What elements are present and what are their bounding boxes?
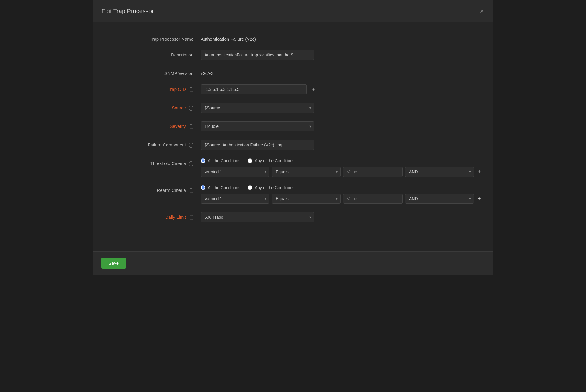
threshold-criteria-label: Threshold Criteria i [111,158,201,166]
threshold-any-conditions-radio[interactable] [248,158,252,163]
rearm-varbind-wrap: Varbind 1 ▾ [201,194,269,204]
description-label: Description [111,50,201,57]
severity-select-wrap: Trouble Critical Major Minor Warning Inf… [201,121,314,131]
source-label: Source i [111,103,201,111]
description-row: Description [111,50,475,60]
rearm-all-conditions-label[interactable]: All the Conditions [201,185,240,190]
trap-processor-name-row: Trap Processor Name Authentication Failu… [111,34,475,42]
rearm-equals-select[interactable]: Equals [272,194,341,204]
threshold-add-condition-button[interactable]: + [476,168,482,176]
rearm-criteria-section: All the Conditions Any of the Conditions… [201,185,482,204]
threshold-varbind-wrap: Varbind 1 ▾ [201,167,269,177]
rearm-all-conditions-radio[interactable] [201,185,205,190]
failure-component-label: Failure Component i [111,140,201,148]
rearm-equals-wrap: Equals ▾ [272,194,341,204]
save-button[interactable]: Save [101,258,126,269]
snmp-version-label: SNMP Version [111,68,201,76]
rearm-and-wrap: AND OR ▾ [405,194,474,204]
threshold-value-input[interactable] [343,167,403,177]
rearm-criteria-radios: All the Conditions Any of the Conditions [201,185,482,190]
source-row: Source i $Source ▾ [111,103,475,113]
source-info-icon: i [189,106,193,111]
trap-oid-add-button[interactable]: + [310,86,317,93]
rearm-value-input[interactable] [343,194,403,204]
trap-processor-name-value: Authentication Failure (V2c) [201,34,475,42]
modal-footer: Save [93,251,493,275]
modal-title: Edit Trap Processor [101,8,154,15]
snmp-version-value: v2c/v3 [201,68,475,76]
rearm-criteria-row: Rearm Criteria i All the Conditions Any … [111,185,475,204]
modal-body: Trap Processor Name Authentication Failu… [93,22,493,249]
daily-limit-select[interactable]: 500 Traps 100 Traps 1000 Traps No Limit [201,212,314,222]
severity-row: Severity i Trouble Critical Major Minor … [111,121,475,131]
edit-trap-processor-modal: Edit Trap Processor × Trap Processor Nam… [93,0,493,275]
threshold-criteria-row: Threshold Criteria i All the Conditions … [111,158,475,177]
daily-limit-label: Daily Limit i [111,212,201,220]
rearm-criteria-label: Rearm Criteria i [111,185,201,193]
modal-header: Edit Trap Processor × [93,0,493,22]
threshold-all-conditions-label[interactable]: All the Conditions [201,158,240,163]
threshold-all-conditions-radio[interactable] [201,158,205,163]
threshold-criteria-info-icon: i [189,161,193,166]
source-select[interactable]: $Source [201,103,314,113]
rearm-criteria-condition-row: Varbind 1 ▾ Equals ▾ AND OR [201,194,482,204]
trap-oid-row: Trap OID i + [111,84,475,94]
rearm-add-condition-button[interactable]: + [476,195,482,203]
trap-oid-input[interactable] [201,84,307,94]
threshold-equals-wrap: Equals ▾ [272,167,341,177]
threshold-criteria-radios: All the Conditions Any of the Conditions [201,158,482,163]
threshold-criteria-condition-row: Varbind 1 ▾ Equals ▾ AND OR [201,167,482,177]
daily-limit-row: Daily Limit i 500 Traps 100 Traps 1000 T… [111,212,475,222]
failure-component-info-icon: i [189,143,193,148]
rearm-and-select[interactable]: AND OR [405,194,474,204]
snmp-version-row: SNMP Version v2c/v3 [111,68,475,76]
trap-oid-input-wrap: + [201,84,317,94]
daily-limit-info-icon: i [189,215,193,220]
severity-select[interactable]: Trouble Critical Major Minor Warning Inf… [201,121,314,131]
description-input-wrap [201,50,314,60]
trap-oid-label: Trap OID i [111,84,201,92]
daily-limit-select-wrap: 500 Traps 100 Traps 1000 Traps No Limit … [201,212,314,222]
description-input[interactable] [201,50,314,60]
threshold-and-wrap: AND OR ▾ [405,167,474,177]
failure-component-row: Failure Component i [111,140,475,150]
threshold-criteria-section: All the Conditions Any of the Conditions… [201,158,482,177]
close-button[interactable]: × [479,7,485,15]
failure-component-input[interactable] [201,140,314,150]
rearm-any-conditions-label[interactable]: Any of the Conditions [248,185,294,190]
trap-processor-name-label: Trap Processor Name [111,34,201,42]
source-select-wrap: $Source ▾ [201,103,314,113]
rearm-any-conditions-radio[interactable] [248,185,252,190]
threshold-any-conditions-label[interactable]: Any of the Conditions [248,158,294,163]
threshold-varbind-select[interactable]: Varbind 1 [201,167,269,177]
severity-info-icon: i [189,124,193,129]
rearm-criteria-info-icon: i [189,188,193,193]
severity-label: Severity i [111,121,201,129]
threshold-and-select[interactable]: AND OR [405,167,474,177]
trap-oid-info-icon: i [189,87,193,92]
threshold-equals-select[interactable]: Equals [272,167,341,177]
rearm-varbind-select[interactable]: Varbind 1 [201,194,269,204]
